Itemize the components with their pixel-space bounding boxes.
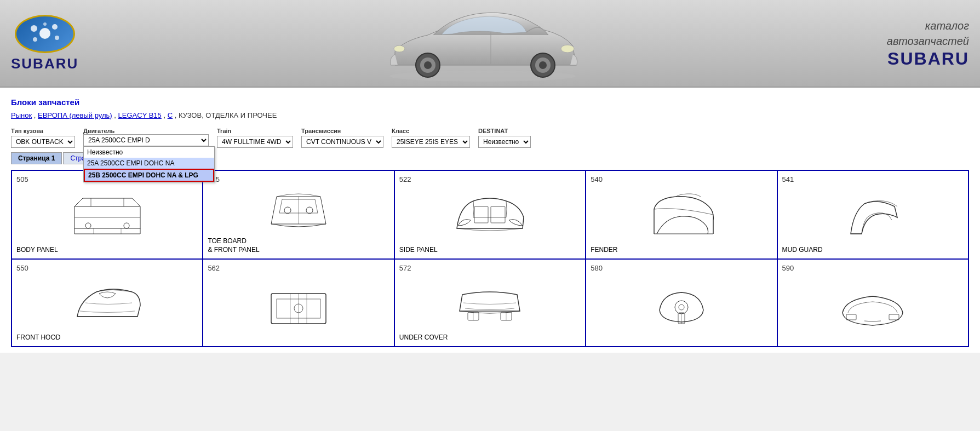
catalog-brand-name: SUBARU	[887, 49, 969, 69]
svg-point-2	[52, 24, 58, 30]
part-cell-515[interactable]: 515 TOE BOARD & FRONT PANEL	[203, 171, 394, 260]
filter-train-label: Train	[217, 128, 293, 134]
filter-engine-label: Двигатель	[83, 128, 209, 134]
part-image-505	[16, 186, 198, 244]
dropdown-item-25a[interactable]: 25A 2500CC EMPI DOHC NA	[84, 158, 214, 169]
section-title: Блоки запчастей	[11, 97, 969, 107]
part-number-505: 505	[16, 175, 28, 183]
part-cell-541[interactable]: 541 MUD GUARD	[778, 171, 969, 260]
svg-point-0	[39, 28, 50, 39]
part-name-505: BODY PANEL	[16, 246, 58, 255]
part-image-580	[591, 274, 772, 340]
class-select[interactable]: 25ISEYE 25IS EYES	[392, 136, 470, 148]
engine-select[interactable]: 25A 2500CC EMPI D Неизвестно 25A 2500CC …	[83, 134, 209, 146]
dropdown-item-unknown[interactable]: Неизвестно	[84, 147, 214, 158]
filter-transmission: Трансмиссия CVT CONTINUOUS V	[301, 128, 383, 148]
svg-rect-28	[474, 206, 488, 223]
filter-class-label: Класс	[392, 128, 470, 134]
car-image-svg	[373, 5, 592, 82]
transmission-select[interactable]: CVT CONTINUOUS V	[301, 136, 383, 148]
filter-transmission-label: Трансмиссия	[301, 128, 383, 134]
part-image-562	[208, 274, 389, 340]
part-cell-590[interactable]: 590	[778, 260, 969, 347]
breadcrumb-code[interactable]: С	[168, 111, 173, 119]
logo-area: SUBARU	[11, 15, 78, 72]
subaru-wordmark: SUBARU	[11, 55, 78, 72]
filter-engine: Двигатель 25A 2500CC EMPI D Неизвестно 2…	[83, 128, 209, 146]
part-image-572	[399, 274, 581, 331]
part-number-590: 590	[782, 264, 794, 272]
part-cell-550[interactable]: 550 FRONT HOOD	[12, 260, 203, 347]
part-number-522: 522	[399, 175, 411, 183]
parts-grid: 505 BODY PANEL 515	[11, 170, 969, 347]
part-number-580: 580	[591, 264, 603, 272]
breadcrumb-region[interactable]: ЕВРОПА (левый руль)	[38, 111, 112, 119]
svg-rect-29	[491, 206, 505, 223]
subaru-logo: SUBARU	[11, 15, 78, 72]
filter-destinat-label: DESTINAT	[478, 128, 531, 134]
part-cell-540[interactable]: 540 FENDER	[586, 171, 777, 260]
part-image-590	[782, 274, 964, 340]
svg-point-5	[43, 22, 47, 26]
filter-destinat: DESTINAT Неизвестно	[478, 128, 531, 148]
svg-point-1	[31, 25, 37, 32]
page-tab-1[interactable]: Страница 1	[11, 152, 62, 164]
svg-point-25	[284, 207, 291, 214]
svg-rect-46	[889, 314, 899, 320]
part-number-562: 562	[208, 264, 220, 272]
svg-point-3	[55, 36, 59, 40]
part-image-522	[399, 186, 581, 244]
breadcrumb-current: КУЗОВ, ОТДЕЛКА И ПРОЧЕЕ	[179, 111, 277, 119]
svg-point-10	[424, 61, 432, 69]
svg-point-14	[561, 45, 574, 53]
part-number-572: 572	[399, 264, 411, 272]
part-number-550: 550	[16, 264, 28, 272]
page-header: SUBARU	[0, 0, 980, 88]
breadcrumb-market[interactable]: Рынок	[11, 111, 32, 119]
svg-point-13	[539, 61, 547, 69]
part-cell-505[interactable]: 505 BODY PANEL	[12, 171, 203, 260]
part-name-540: FENDER	[591, 246, 617, 255]
filter-body-type-label: Тип кузова	[11, 128, 75, 134]
part-number-540: 540	[591, 175, 603, 183]
svg-point-15	[394, 45, 405, 52]
main-content: Блоки запчастей Рынок , ЕВРОПА (левый ру…	[0, 88, 980, 353]
header-car-image	[78, 5, 887, 82]
svg-point-23	[124, 223, 129, 228]
catalog-line1: каталог	[925, 20, 969, 32]
svg-point-4	[33, 37, 37, 42]
part-image-550	[16, 274, 198, 331]
svg-point-41	[675, 301, 688, 314]
catalog-line2: автозапчастей	[887, 35, 969, 47]
star-svg	[23, 19, 67, 49]
part-name-550: FRONT HOOD	[16, 334, 60, 342]
svg-point-26	[306, 207, 313, 214]
part-image-515	[208, 186, 389, 235]
breadcrumb-model[interactable]: LEGACY B15	[118, 111, 162, 119]
svg-rect-45	[846, 314, 856, 320]
destinat-select[interactable]: Неизвестно	[478, 136, 531, 148]
train-select[interactable]: 4W FULLTIME 4WD	[217, 136, 293, 148]
svg-point-42	[679, 304, 684, 310]
part-cell-522[interactable]: 522 SIDE PANEL	[395, 171, 586, 260]
part-cell-572[interactable]: 572 UNDER COVER	[395, 260, 586, 347]
filter-row: Тип кузова OBK OUTBACK Двигатель 25A 250…	[11, 128, 969, 148]
part-cell-562[interactable]: 562	[203, 260, 394, 347]
part-image-541	[782, 186, 964, 244]
part-number-541: 541	[782, 175, 794, 183]
filter-train: Train 4W FULLTIME 4WD	[217, 128, 293, 148]
part-name-572: UNDER COVER	[399, 334, 448, 342]
subaru-star-emblem	[15, 15, 75, 53]
filter-class: Класс 25ISEYE 25IS EYES	[392, 128, 470, 148]
part-name-515: TOE BOARD & FRONT PANEL	[208, 237, 259, 254]
engine-dropdown-menu: Неизвестно 25A 2500CC EMPI DOHC NA 25B 2…	[83, 146, 215, 182]
filter-body-type: Тип кузова OBK OUTBACK	[11, 128, 75, 148]
catalog-label: каталог автозапчастей	[887, 18, 969, 49]
body-type-select[interactable]: OBK OUTBACK	[11, 136, 75, 148]
part-cell-580[interactable]: 580	[586, 260, 777, 347]
svg-point-22	[85, 223, 91, 228]
part-image-540	[591, 186, 772, 244]
part-name-541: MUD GUARD	[782, 246, 823, 255]
dropdown-item-25b[interactable]: 25B 2500CC EMPI DOHC NA & LPG	[84, 169, 214, 182]
part-name-522: SIDE PANEL	[399, 246, 438, 255]
